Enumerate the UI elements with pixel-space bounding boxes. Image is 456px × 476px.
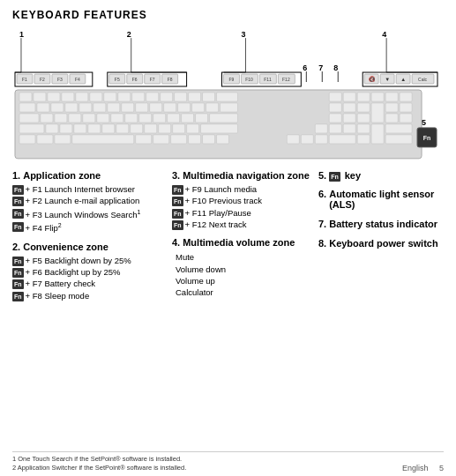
fn-badge: Fn: [12, 197, 24, 206]
section-5-key-label: key: [345, 170, 361, 181]
svg-rect-67: [93, 103, 106, 112]
item-text: + F5 Backlight down by 25%: [26, 256, 131, 266]
item-text: + F7 Battery check: [26, 279, 95, 289]
list-item: Fn + F8 Sleep mode: [12, 291, 167, 301]
item-text: + F6 Backlight up by 25%: [26, 267, 121, 278]
svg-text:8: 8: [333, 63, 338, 72]
svg-rect-75: [206, 103, 219, 112]
svg-text:4: 4: [382, 30, 386, 39]
svg-rect-43: [48, 93, 60, 101]
fn-badge: Fn: [172, 209, 183, 219]
fn-badge: Fn: [12, 268, 24, 278]
svg-text:F9: F9: [229, 77, 235, 82]
section-2-title: Convenience zone: [23, 242, 108, 252]
section-6-number: 6.: [318, 189, 326, 199]
col-middle: 3. Multimedia navigation zone Fn + F9 La…: [172, 170, 313, 309]
svg-rect-45: [76, 93, 88, 101]
fn-badge: Fn: [172, 220, 183, 230]
svg-rect-79: [357, 103, 370, 112]
fn-badge: Fn: [12, 185, 24, 195]
svg-rect-65: [65, 103, 78, 112]
section-1: 1. Application zone Fn + F1 Launch Inter…: [12, 170, 167, 234]
svg-rect-51: [161, 93, 173, 101]
svg-rect-104: [60, 124, 72, 133]
svg-rect-88: [97, 114, 109, 123]
svg-rect-135: [357, 135, 370, 144]
page-number: 5: [439, 464, 444, 472]
fn-badge: Fn: [12, 292, 24, 301]
svg-text:F3: F3: [57, 77, 63, 82]
svg-rect-69: [122, 103, 134, 112]
svg-rect-78: [343, 103, 355, 112]
svg-rect-108: [116, 124, 129, 133]
svg-rect-56: [329, 93, 341, 101]
svg-rect-93: [168, 114, 180, 123]
svg-text:▲: ▲: [400, 77, 406, 82]
svg-rect-98: [343, 114, 355, 123]
svg-rect-83: [19, 114, 39, 123]
svg-text:F12: F12: [282, 77, 290, 82]
list-item: Fn + F12 Next track: [172, 219, 313, 230]
fn-key-icon: Fn: [329, 172, 340, 182]
svg-rect-66: [79, 103, 92, 112]
svg-text:F5: F5: [115, 77, 120, 82]
item-text: + F4 Flip2: [26, 221, 62, 234]
svg-rect-116: [329, 124, 341, 133]
list-item: Fn + F4 Flip2: [12, 221, 167, 234]
col-right: 5. Fn key 6. Automatic light sensor (ALS…: [318, 170, 444, 309]
list-item: Fn + F7 Battery check: [12, 279, 167, 289]
section-2-number: 2.: [12, 242, 20, 252]
list-item: Fn + F3 Launch Windows Search1: [12, 208, 167, 221]
svg-rect-53: [189, 93, 201, 101]
svg-text:6: 6: [303, 63, 307, 72]
section-4-number: 4.: [172, 237, 180, 248]
svg-rect-41: [19, 93, 32, 101]
item-text: + F8 Sleep mode: [26, 291, 90, 301]
svg-rect-85: [55, 114, 67, 123]
svg-rect-129: [203, 135, 215, 144]
section-4: 4. Multimedia volume zone Mute Volume do…: [172, 237, 313, 298]
svg-rect-102: [19, 124, 44, 133]
section-6: 6. Automatic light sensor (ALS): [318, 189, 444, 212]
svg-rect-64: [51, 103, 64, 112]
svg-rect-100: [385, 114, 398, 123]
svg-rect-89: [111, 114, 123, 123]
svg-rect-57: [343, 93, 355, 101]
section-5: 5. Fn key: [318, 170, 444, 182]
svg-rect-124: [72, 135, 134, 144]
svg-text:1: 1: [19, 30, 24, 39]
svg-text:F1: F1: [22, 77, 27, 82]
svg-rect-107: [102, 124, 115, 133]
svg-rect-112: [173, 124, 185, 133]
fn-badge: Fn: [172, 197, 183, 206]
content-area: 1. Application zone Fn + F1 Launch Inter…: [12, 170, 444, 309]
svg-rect-115: [315, 124, 327, 133]
svg-rect-86: [69, 114, 81, 123]
svg-rect-62: [19, 103, 35, 112]
svg-rect-125: [136, 135, 152, 144]
svg-rect-133: [315, 135, 327, 144]
svg-rect-73: [178, 103, 191, 112]
keyboard-svg: 1 F1 F2 F3 F4 2 F5 F6 F7 F8 3: [12, 26, 444, 163]
svg-rect-50: [146, 93, 159, 101]
svg-rect-82: [400, 103, 412, 112]
item-text: + F3 Launch Windows Search1: [26, 208, 141, 221]
svg-text:F11: F11: [264, 77, 272, 82]
svg-text:5: 5: [422, 118, 426, 127]
svg-rect-114: [201, 124, 238, 133]
svg-rect-59: [371, 93, 384, 101]
list-item: Fn + F2 Launch e-mail application: [12, 196, 167, 206]
svg-rect-47: [104, 93, 116, 101]
svg-rect-103: [46, 124, 58, 133]
svg-rect-126: [153, 135, 169, 144]
svg-rect-72: [164, 103, 176, 112]
svg-rect-42: [34, 93, 46, 101]
svg-rect-130: [217, 135, 229, 144]
svg-rect-87: [83, 114, 95, 123]
item-text: + F11 Play/Pause: [185, 208, 251, 219]
svg-text:Calc: Calc: [418, 77, 427, 82]
svg-rect-120: [385, 124, 412, 133]
svg-rect-101: [400, 114, 412, 123]
svg-text:F10: F10: [245, 77, 253, 82]
svg-rect-92: [153, 114, 166, 123]
